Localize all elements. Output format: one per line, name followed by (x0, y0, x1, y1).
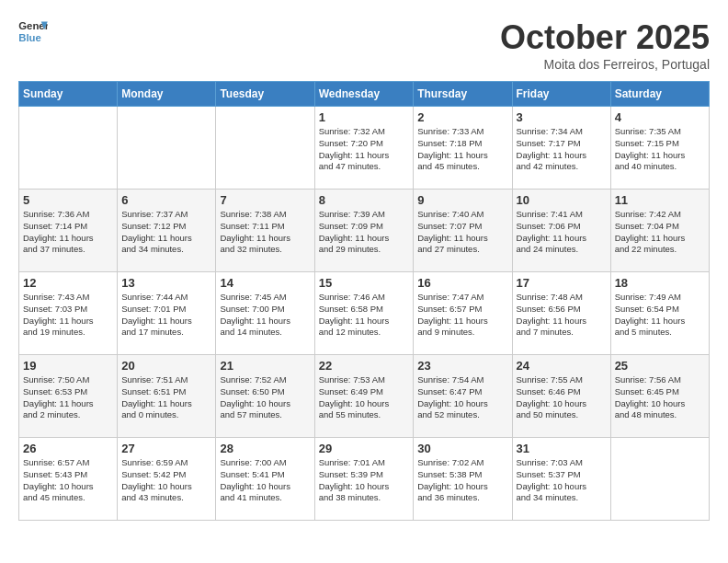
day-number: 5 (23, 193, 113, 207)
calendar-day-cell: 18Sunrise: 7:49 AM Sunset: 6:54 PM Dayli… (610, 272, 709, 355)
day-number: 7 (220, 193, 310, 207)
day-info: Sunrise: 6:59 AM Sunset: 5:42 PM Dayligh… (121, 457, 211, 504)
calendar-day-cell: 14Sunrise: 7:45 AM Sunset: 7:00 PM Dayli… (216, 272, 314, 355)
day-info: Sunrise: 7:41 AM Sunset: 7:06 PM Dayligh… (517, 209, 607, 256)
day-number: 13 (121, 276, 211, 290)
day-info: Sunrise: 7:55 AM Sunset: 6:46 PM Dayligh… (517, 374, 607, 421)
day-info: Sunrise: 7:53 AM Sunset: 6:49 PM Dayligh… (319, 374, 410, 421)
calendar-week-row: 12Sunrise: 7:43 AM Sunset: 7:03 PM Dayli… (19, 272, 710, 355)
calendar-week-row: 1Sunrise: 7:32 AM Sunset: 7:20 PM Daylig… (19, 107, 710, 190)
day-number: 31 (517, 442, 607, 455)
calendar-day-cell: 8Sunrise: 7:39 AM Sunset: 7:09 PM Daylig… (314, 190, 414, 272)
calendar-day-cell: 9Sunrise: 7:40 AM Sunset: 7:07 PM Daylig… (414, 190, 512, 272)
day-info: Sunrise: 7:00 AM Sunset: 5:41 PM Dayligh… (220, 457, 310, 504)
weekday-header-cell: Sunday (19, 82, 118, 107)
calendar-day-cell: 6Sunrise: 7:37 AM Sunset: 7:12 PM Daylig… (118, 190, 216, 272)
day-info: Sunrise: 7:44 AM Sunset: 7:01 PM Dayligh… (121, 292, 211, 339)
day-info: Sunrise: 7:33 AM Sunset: 7:18 PM Dayligh… (417, 126, 507, 173)
location: Moita dos Ferreiros, Portugal (500, 57, 710, 72)
calendar-day-cell: 22Sunrise: 7:53 AM Sunset: 6:49 PM Dayli… (314, 355, 414, 438)
day-info: Sunrise: 7:46 AM Sunset: 6:58 PM Dayligh… (319, 292, 410, 339)
calendar-week-row: 19Sunrise: 7:50 AM Sunset: 6:53 PM Dayli… (19, 355, 710, 438)
calendar-day-cell: 5Sunrise: 7:36 AM Sunset: 7:14 PM Daylig… (19, 190, 118, 272)
day-info: Sunrise: 7:38 AM Sunset: 7:11 PM Dayligh… (220, 209, 310, 256)
calendar-day-cell: 23Sunrise: 7:54 AM Sunset: 6:47 PM Dayli… (414, 355, 512, 438)
day-info: Sunrise: 7:54 AM Sunset: 6:47 PM Dayligh… (417, 374, 507, 421)
logo: General Blue (18, 18, 48, 44)
day-info: Sunrise: 7:37 AM Sunset: 7:12 PM Dayligh… (121, 209, 211, 256)
calendar-day-cell: 19Sunrise: 7:50 AM Sunset: 6:53 PM Dayli… (19, 355, 118, 438)
weekday-header-cell: Friday (512, 82, 610, 107)
calendar-day-cell: 3Sunrise: 7:34 AM Sunset: 7:17 PM Daylig… (512, 107, 610, 190)
calendar-day-cell: 29Sunrise: 7:01 AM Sunset: 5:39 PM Dayli… (314, 438, 414, 521)
calendar-day-cell: 4Sunrise: 7:35 AM Sunset: 7:15 PM Daylig… (610, 107, 709, 190)
day-number: 1 (319, 110, 410, 124)
calendar-day-cell: 28Sunrise: 7:00 AM Sunset: 5:41 PM Dayli… (216, 438, 314, 521)
day-number: 15 (319, 276, 410, 290)
day-number: 16 (417, 276, 507, 290)
day-number: 6 (121, 193, 211, 207)
calendar-day-cell: 27Sunrise: 6:59 AM Sunset: 5:42 PM Dayli… (118, 438, 216, 521)
day-number: 2 (417, 110, 507, 124)
weekday-header-row: SundayMondayTuesdayWednesdayThursdayFrid… (19, 82, 710, 107)
day-info: Sunrise: 7:32 AM Sunset: 7:20 PM Dayligh… (319, 126, 410, 173)
svg-text:Blue: Blue (18, 32, 41, 43)
calendar-week-row: 5Sunrise: 7:36 AM Sunset: 7:14 PM Daylig… (19, 190, 710, 272)
calendar-day-cell: 21Sunrise: 7:52 AM Sunset: 6:50 PM Dayli… (216, 355, 314, 438)
weekday-header-cell: Thursday (414, 82, 512, 107)
calendar-day-cell: 20Sunrise: 7:51 AM Sunset: 6:51 PM Dayli… (118, 355, 216, 438)
day-info: Sunrise: 7:40 AM Sunset: 7:07 PM Dayligh… (417, 209, 507, 256)
day-info: Sunrise: 7:36 AM Sunset: 7:14 PM Dayligh… (23, 209, 113, 256)
logo-icon: General Blue (18, 18, 48, 44)
calendar-day-cell: 2Sunrise: 7:33 AM Sunset: 7:18 PM Daylig… (414, 107, 512, 190)
day-info: Sunrise: 7:01 AM Sunset: 5:39 PM Dayligh… (319, 457, 410, 504)
day-number: 3 (517, 110, 607, 124)
day-info: Sunrise: 7:45 AM Sunset: 7:00 PM Dayligh… (220, 292, 310, 339)
day-number: 28 (220, 442, 310, 455)
day-info: Sunrise: 7:49 AM Sunset: 6:54 PM Dayligh… (615, 292, 705, 339)
day-number: 27 (121, 442, 211, 455)
day-number: 30 (417, 442, 507, 455)
calendar-day-cell (118, 107, 216, 190)
day-info: Sunrise: 6:57 AM Sunset: 5:43 PM Dayligh… (23, 457, 113, 504)
day-number: 26 (23, 442, 113, 455)
calendar-day-cell: 15Sunrise: 7:46 AM Sunset: 6:58 PM Dayli… (314, 272, 414, 355)
day-number: 11 (615, 193, 705, 207)
calendar-day-cell: 12Sunrise: 7:43 AM Sunset: 7:03 PM Dayli… (19, 272, 118, 355)
day-number: 4 (615, 110, 705, 124)
day-number: 19 (23, 359, 113, 373)
day-number: 22 (319, 359, 410, 373)
calendar-day-cell: 31Sunrise: 7:03 AM Sunset: 5:37 PM Dayli… (512, 438, 610, 521)
calendar-day-cell: 13Sunrise: 7:44 AM Sunset: 7:01 PM Dayli… (118, 272, 216, 355)
day-number: 18 (615, 276, 705, 290)
calendar-day-cell: 26Sunrise: 6:57 AM Sunset: 5:43 PM Dayli… (19, 438, 118, 521)
day-info: Sunrise: 7:34 AM Sunset: 7:17 PM Dayligh… (517, 126, 607, 173)
weekday-header-cell: Tuesday (216, 82, 314, 107)
calendar-day-cell (19, 107, 118, 190)
weekday-header-cell: Wednesday (314, 82, 414, 107)
day-info: Sunrise: 7:47 AM Sunset: 6:57 PM Dayligh… (417, 292, 507, 339)
day-info: Sunrise: 7:51 AM Sunset: 6:51 PM Dayligh… (121, 374, 211, 421)
day-info: Sunrise: 7:03 AM Sunset: 5:37 PM Dayligh… (517, 457, 607, 504)
calendar-day-cell (216, 107, 314, 190)
day-number: 21 (220, 359, 310, 373)
day-number: 29 (319, 442, 410, 455)
calendar-day-cell: 17Sunrise: 7:48 AM Sunset: 6:56 PM Dayli… (512, 272, 610, 355)
calendar-day-cell: 24Sunrise: 7:55 AM Sunset: 6:46 PM Dayli… (512, 355, 610, 438)
weekday-header-cell: Saturday (610, 82, 709, 107)
day-info: Sunrise: 7:52 AM Sunset: 6:50 PM Dayligh… (220, 374, 310, 421)
day-info: Sunrise: 7:02 AM Sunset: 5:38 PM Dayligh… (417, 457, 507, 504)
calendar-week-row: 26Sunrise: 6:57 AM Sunset: 5:43 PM Dayli… (19, 438, 710, 521)
calendar-day-cell: 7Sunrise: 7:38 AM Sunset: 7:11 PM Daylig… (216, 190, 314, 272)
day-number: 17 (517, 276, 607, 290)
day-info: Sunrise: 7:35 AM Sunset: 7:15 PM Dayligh… (615, 126, 705, 173)
day-info: Sunrise: 7:50 AM Sunset: 6:53 PM Dayligh… (23, 374, 113, 421)
day-info: Sunrise: 7:48 AM Sunset: 6:56 PM Dayligh… (517, 292, 607, 339)
calendar-day-cell: 10Sunrise: 7:41 AM Sunset: 7:06 PM Dayli… (512, 190, 610, 272)
day-number: 10 (517, 193, 607, 207)
day-info: Sunrise: 7:42 AM Sunset: 7:04 PM Dayligh… (615, 209, 705, 256)
day-number: 9 (417, 193, 507, 207)
calendar-day-cell: 25Sunrise: 7:56 AM Sunset: 6:45 PM Dayli… (610, 355, 709, 438)
month-title: October 2025 (500, 18, 710, 57)
calendar-day-cell: 16Sunrise: 7:47 AM Sunset: 6:57 PM Dayli… (414, 272, 512, 355)
